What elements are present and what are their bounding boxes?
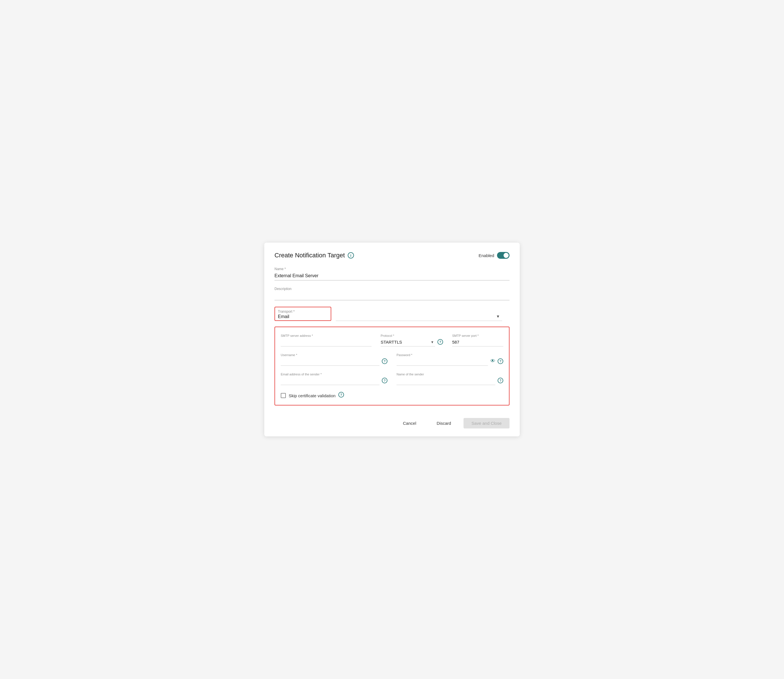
transport-select[interactable]: Email Slack PagerDuty Webhook xyxy=(336,313,502,321)
sender-row: Email address of the sender * ? Name of … xyxy=(281,372,503,385)
create-notification-target-modal: Create Notification Target i Enabled Nam… xyxy=(264,242,520,436)
enabled-area: Enabled xyxy=(478,252,510,259)
smtp-port-label: SMTP server port * xyxy=(452,334,503,337)
smtp-port-field: SMTP server port * xyxy=(452,334,503,346)
skip-cert-checkbox[interactable] xyxy=(281,393,286,398)
info-icon[interactable]: i xyxy=(348,252,354,258)
sender-email-field: Email address of the sender * xyxy=(281,372,379,385)
description-label: Description xyxy=(274,287,510,291)
password-label: Password * xyxy=(397,353,488,357)
discard-button[interactable]: Discard xyxy=(429,418,459,429)
password-input[interactable] xyxy=(397,358,488,366)
name-field-group: Name * xyxy=(274,267,510,281)
password-help-icon[interactable]: ? xyxy=(498,358,503,364)
username-help-icon[interactable]: ? xyxy=(382,358,387,364)
page-title: Create Notification Target xyxy=(274,252,345,259)
smtp-address-label: SMTP server address * xyxy=(281,334,372,337)
sender-name-field-wrapper: Name of the sender ? xyxy=(397,372,503,385)
username-input[interactable] xyxy=(281,358,379,366)
name-label: Name * xyxy=(274,267,510,271)
email-config-box: SMTP server address * Protocol * STARTTL… xyxy=(274,327,510,405)
smtp-row: SMTP server address * Protocol * STARTTL… xyxy=(281,334,503,346)
password-field-wrapper: Password * 👁 ? xyxy=(397,353,503,366)
username-field-wrapper: Username * ? xyxy=(281,353,387,366)
auth-row: Username * ? Password * 👁 ? xyxy=(281,353,503,366)
protocol-select-wrap: STARTTLS SSL/TLS None ▼ xyxy=(381,338,435,346)
enabled-toggle[interactable] xyxy=(497,252,510,259)
sender-email-help-icon[interactable]: ? xyxy=(382,378,387,383)
cancel-button[interactable]: Cancel xyxy=(395,418,424,429)
title-area: Create Notification Target i xyxy=(274,252,354,259)
description-field-group: Description xyxy=(274,287,510,300)
modal-header: Create Notification Target i Enabled xyxy=(274,252,510,259)
modal-footer: Cancel Discard Save and Close xyxy=(274,415,510,429)
sender-email-input[interactable] xyxy=(281,377,379,385)
smtp-address-field: SMTP server address * xyxy=(281,334,372,346)
protocol-select[interactable]: STARTTLS SSL/TLS None xyxy=(381,338,435,346)
transport-field-group: Transport * Email Email Slack PagerDuty … xyxy=(274,307,510,321)
smtp-port-input[interactable] xyxy=(452,338,503,346)
username-field: Username * xyxy=(281,353,379,366)
sender-name-input[interactable] xyxy=(397,377,495,385)
password-field: Password * xyxy=(397,353,488,366)
sender-email-label: Email address of the sender * xyxy=(281,372,379,376)
description-input[interactable] xyxy=(274,292,510,300)
skip-cert-label[interactable]: Skip certificate validation xyxy=(289,393,336,398)
password-visibility-icon[interactable]: 👁 xyxy=(490,358,495,364)
protocol-help-icon[interactable]: ? xyxy=(437,339,443,345)
enabled-label: Enabled xyxy=(478,253,494,258)
transport-value: Email xyxy=(278,314,289,319)
sender-email-field-wrapper: Email address of the sender * ? xyxy=(281,372,387,385)
save-close-button[interactable]: Save and Close xyxy=(464,418,510,429)
transport-label: Transport * xyxy=(278,310,328,313)
protocol-wrapper: STARTTLS SSL/TLS None ▼ ? xyxy=(381,338,443,346)
sender-name-field: Name of the sender xyxy=(397,372,495,385)
name-input[interactable] xyxy=(274,272,510,280)
smtp-address-input[interactable] xyxy=(281,338,372,346)
username-label: Username * xyxy=(281,353,379,357)
protocol-label: Protocol * xyxy=(381,334,443,337)
sender-name-help-icon[interactable]: ? xyxy=(498,378,503,383)
sender-name-label: Name of the sender xyxy=(397,372,495,376)
protocol-field: Protocol * STARTTLS SSL/TLS None ▼ ? xyxy=(381,334,443,346)
skip-cert-help-icon[interactable]: ? xyxy=(338,392,344,397)
skip-cert-row: Skip certificate validation ? xyxy=(281,392,503,399)
